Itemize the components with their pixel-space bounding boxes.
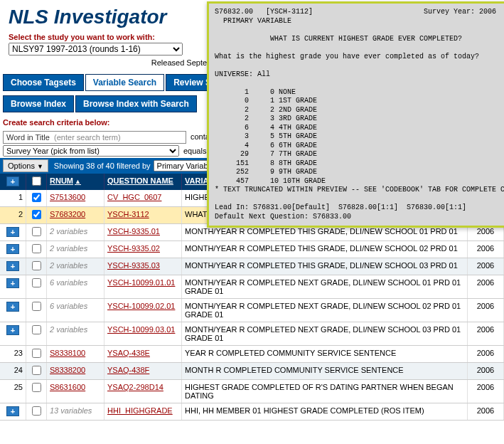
row-checkbox[interactable] <box>32 227 41 236</box>
results-info: Showing 38 of 40 filtered by <box>54 162 151 170</box>
expand-button[interactable]: + <box>6 227 19 237</box>
table-row: 25S8631600YSAQ2-298D14HIGHEST GRADE COMP… <box>0 380 504 403</box>
rnum-link: 2 variables <box>47 241 104 258</box>
year-cell: 2006 <box>468 403 504 420</box>
expand-button[interactable]: + <box>6 325 19 335</box>
qname-link[interactable]: CV_HGC_0607 <box>104 190 182 206</box>
rnum-link[interactable]: S7683200 <box>47 207 104 223</box>
qname-link[interactable]: YSAQ2-298D14 <box>104 380 182 403</box>
row-checkbox[interactable] <box>32 261 41 270</box>
row-checkbox[interactable] <box>32 349 41 358</box>
rnum-link: 2 variables <box>47 224 104 240</box>
rnum-link[interactable]: S8338100 <box>47 346 104 362</box>
qname-link[interactable]: YSAQ-438E <box>104 346 182 362</box>
qname-link[interactable]: YSCH-10099.03.01 <box>104 322 182 345</box>
table-row: +2 variablesYSCH-9335.02MONTH/YEAR R COM… <box>0 241 504 258</box>
rnum-link[interactable]: S7513600 <box>47 190 104 206</box>
year-cell: 2006 <box>468 380 504 403</box>
sort-asc-icon: ▲ <box>75 178 81 185</box>
search-field-year[interactable]: Survey Year (pick from list) <box>3 145 179 157</box>
row-checkbox[interactable] <box>32 244 41 253</box>
variable-title: MONTH R COMPLETED COMMUNITY SERVICE SENT… <box>182 363 468 379</box>
table-row: 24S8338200YSAQ-438FMONTH R COMPLETED COM… <box>0 363 504 380</box>
variable-title: HHI, HH MEMBER 01 HIGHEST GRADE COMPLETE… <box>182 403 468 420</box>
qname-link[interactable]: HHI_HIGHGRADE <box>104 403 182 420</box>
table-row: +6 variablesYSCH-10099.01.01MONTH/YEAR R… <box>0 275 504 299</box>
rnum-link[interactable]: S8338200 <box>47 363 104 379</box>
variable-title: MONTH/YEAR R COMPLETED THIS GRADE, DLI/N… <box>182 258 468 275</box>
qname-link[interactable]: YSCH-9335.03 <box>104 258 182 275</box>
options-button[interactable]: Options▼ <box>3 159 48 172</box>
row-checkbox[interactable] <box>32 193 41 202</box>
search-field-word[interactable]: Word in Title (enter search term) <box>3 131 186 144</box>
variable-title: MONTH/YEAR R COMPLETED THIS GRADE, DLI/N… <box>182 241 468 258</box>
search-op-equals: equals <box>179 145 210 157</box>
variable-preview-popup: S76832.00 [YSCH-3112] Survey Year: 2006 … <box>207 1 504 228</box>
row-checkbox[interactable] <box>32 278 41 287</box>
table-row: +2 variablesYSCH-9335.03MONTH/YEAR R COM… <box>0 258 504 275</box>
expand-button[interactable]: + <box>6 302 19 312</box>
rnum-link[interactable]: S8631600 <box>47 380 104 403</box>
row-checkbox[interactable] <box>32 383 41 392</box>
tab-variable-search[interactable]: Variable Search <box>85 74 164 91</box>
year-cell: 2006 <box>468 363 504 379</box>
header-qname[interactable]: QUESTION NAME <box>107 176 173 185</box>
variable-title: YEAR R COMPLETED COMMUNITY SERVICE SENTE… <box>182 346 468 362</box>
header-rnum[interactable]: RNUM▲ <box>50 176 81 185</box>
expand-button[interactable]: + <box>6 406 19 416</box>
rnum-link: 2 variables <box>47 322 104 345</box>
expand-button[interactable]: + <box>6 278 19 288</box>
row-checkbox[interactable] <box>32 406 41 416</box>
select-all-checkbox[interactable] <box>32 176 41 186</box>
row-checkbox[interactable] <box>32 325 41 334</box>
year-cell: 2006 <box>468 346 504 362</box>
tab-choose-tagsets[interactable]: Choose Tagsets <box>3 74 84 91</box>
year-cell: 2006 <box>468 258 504 275</box>
chevron-down-icon: ▼ <box>37 163 43 170</box>
qname-link[interactable]: YSCH-9335.01 <box>104 224 182 240</box>
table-row: 23S8338100YSAQ-438EYEAR R COMPLETED COMM… <box>0 346 504 363</box>
expand-button[interactable]: + <box>6 244 19 254</box>
table-row: +13 variablesHHI_HIGHGRADEHHI, HH MEMBER… <box>0 403 504 421</box>
variable-title: MONTH/YEAR R COMPLETED NEXT GRADE, DLI/N… <box>182 299 468 322</box>
qname-link[interactable]: YSCH-10099.01.01 <box>104 275 182 298</box>
year-cell: 2006 <box>468 241 504 258</box>
tab-browse-index[interactable]: Browse Index <box>3 95 74 112</box>
qname-link[interactable]: YSCH-10099.02.01 <box>104 299 182 322</box>
row-checkbox[interactable] <box>32 210 41 219</box>
table-row: +2 variablesYSCH-10099.03.01MONTH/YEAR R… <box>0 322 504 346</box>
qname-link[interactable]: YSCH-3112 <box>104 207 182 223</box>
expand-all-button[interactable]: + <box>6 176 19 186</box>
tab-browse-index-with-search[interactable]: Browse Index with Search <box>75 95 197 112</box>
variable-title: MONTH/YEAR R COMPLETED NEXT GRADE, DLI/N… <box>182 275 468 298</box>
rnum-link: 6 variables <box>47 275 104 298</box>
qname-link[interactable]: YSCH-9335.02 <box>104 241 182 258</box>
row-checkbox[interactable] <box>32 366 41 375</box>
expand-button[interactable]: + <box>6 261 19 271</box>
table-row: +6 variablesYSCH-10099.02.01MONTH/YEAR R… <box>0 299 504 322</box>
qname-link[interactable]: YSAQ-438F <box>104 363 182 379</box>
variable-title: HIGHEST GRADE COMPLETED OF R'S DATING PA… <box>182 380 468 403</box>
year-cell: 2006 <box>468 322 504 345</box>
rnum-link: 13 variables <box>47 403 104 420</box>
study-select[interactable]: NLSY97 1997-2013 (rounds 1-16) <box>9 43 183 56</box>
year-cell: 2006 <box>468 299 504 322</box>
rnum-link: 2 variables <box>47 258 104 275</box>
rnum-link: 6 variables <box>47 299 104 322</box>
year-cell: 2006 <box>468 275 504 298</box>
row-checkbox[interactable] <box>32 302 41 311</box>
variable-title: MONTH/YEAR R COMPLETED NEXT GRADE, DLI/N… <box>182 322 468 345</box>
